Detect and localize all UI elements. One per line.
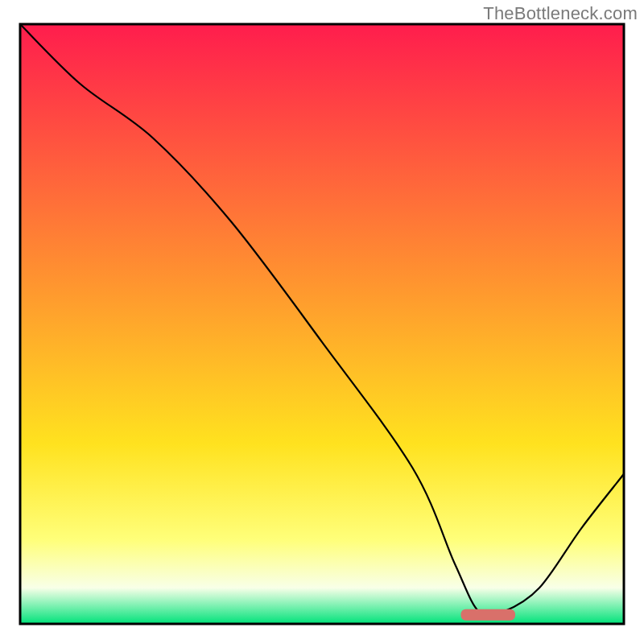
gradient-background [20,24,624,624]
bottleneck-chart [0,0,644,644]
watermark-text: TheBottleneck.com [483,3,638,24]
optimum-marker [461,609,516,621]
plot-area [20,24,624,624]
